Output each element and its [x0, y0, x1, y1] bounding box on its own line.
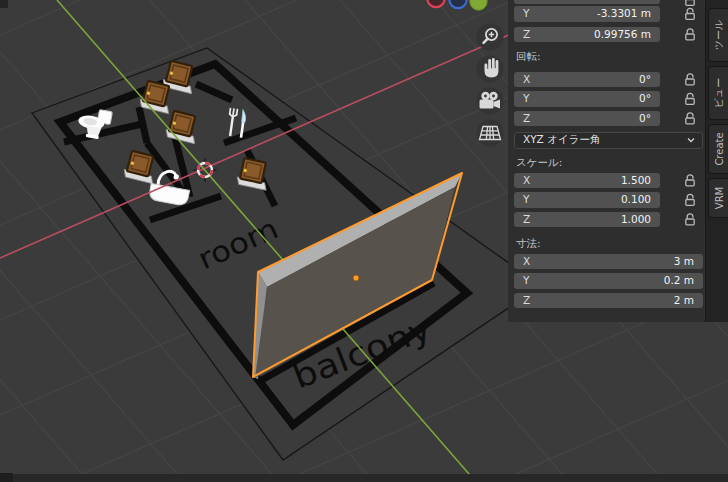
field-value: 1.500 [621, 173, 651, 188]
sidebar-tab-strip: ツール ビュー Create VRM [705, 0, 728, 322]
axis-label: Y [523, 192, 529, 207]
zoom-button[interactable] [477, 24, 504, 51]
field-value: 0° [639, 111, 651, 126]
scale-section-label: スケール: [516, 156, 562, 170]
z-axis-ball[interactable] [449, 0, 466, 8]
object-origin-dot [353, 275, 359, 281]
scale-y-field[interactable]: Y 0.100 [514, 192, 660, 208]
axis-label: Y [523, 91, 529, 106]
field-value: 0.2 m [664, 273, 694, 288]
field-value: 0° [639, 72, 651, 87]
scale-x-field[interactable]: X 1.500 [514, 173, 660, 189]
camera-view-button[interactable] [477, 88, 504, 115]
rotation-section-label: 回転: [516, 50, 541, 64]
dimensions-section-label: 寸法: [516, 237, 541, 251]
axis-label: Z [523, 293, 530, 308]
tab-tool[interactable]: ツール [708, 8, 728, 62]
field-value: 1.000 [621, 212, 651, 227]
tab-create[interactable]: Create [708, 124, 728, 174]
blender-3d-viewport: room balcony [0, 0, 728, 482]
axis-label: Z [523, 27, 530, 42]
perspective-toggle-button[interactable] [477, 120, 504, 147]
axis-label: Z [523, 212, 530, 227]
tab-label: ツール [712, 20, 726, 50]
rotation-x-field[interactable]: X 0° [514, 72, 660, 88]
field-value: 0.99756 m [594, 27, 651, 42]
axis-label: X [523, 173, 530, 188]
top-left-corner-widget[interactable] [0, 0, 8, 8]
rotation-z-field[interactable]: Z 0° [514, 111, 660, 127]
rotation-y-field[interactable]: Y 0° [514, 91, 660, 107]
axis-label: Z [523, 111, 530, 126]
location-x-field-partial[interactable] [514, 0, 660, 4]
dimension-x-field[interactable]: X 3 m [514, 254, 703, 270]
location-z-field[interactable]: Z 0.99756 m [514, 27, 660, 43]
pan-button[interactable] [477, 56, 504, 83]
field-value: 3 m [674, 254, 694, 269]
field-value: -3.3301 m [597, 6, 651, 21]
axis-label: X [523, 72, 530, 87]
x-axis-ball[interactable] [427, 0, 444, 7]
dimension-y-field[interactable]: Y 0.2 m [514, 273, 703, 289]
axis-label: Y [523, 6, 529, 21]
rotation-mode-dropdown[interactable]: XYZ オイラー角 [514, 132, 703, 149]
field-value: 0° [639, 91, 651, 106]
rotation-mode-value: XYZ オイラー角 [523, 133, 600, 147]
tab-label: Create [713, 132, 724, 165]
field-value: 2 m [674, 293, 694, 308]
axis-label: Y [523, 273, 529, 288]
field-value: 0.100 [621, 192, 651, 207]
chevron-down-icon [686, 135, 696, 145]
bottom-editor-edge [0, 474, 728, 482]
scale-z-field[interactable]: Z 1.000 [514, 212, 660, 228]
location-y-field[interactable]: Y -3.3301 m [514, 6, 660, 22]
tab-vrm[interactable]: VRM [708, 178, 728, 218]
transform-sidebar-panel: Y -3.3301 m Z 0.99756 m 回転: X 0° Y 0° Z … [508, 0, 705, 322]
bottom-left-corner-widget[interactable] [0, 473, 13, 482]
tab-label: ビュー [712, 78, 726, 108]
axis-label: X [523, 254, 530, 269]
tab-label: VRM [713, 187, 724, 209]
tab-view[interactable]: ビュー [708, 66, 728, 120]
dimension-z-field[interactable]: Z 2 m [514, 293, 703, 309]
